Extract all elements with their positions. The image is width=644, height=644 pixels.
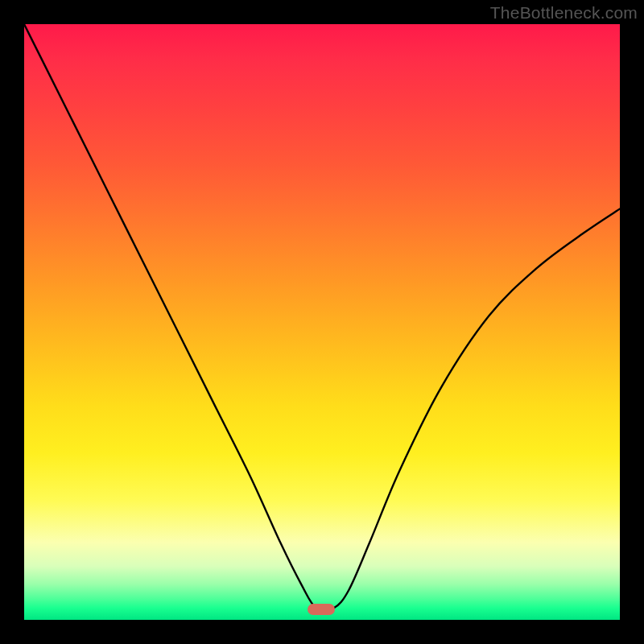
- watermark-text: TheBottleneck.com: [490, 3, 638, 23]
- optimum-marker: [308, 604, 335, 615]
- plot-area: [24, 24, 620, 620]
- curve-path: [24, 24, 620, 610]
- chart-frame: TheBottleneck.com: [0, 0, 644, 644]
- bottleneck-curve: [24, 24, 620, 620]
